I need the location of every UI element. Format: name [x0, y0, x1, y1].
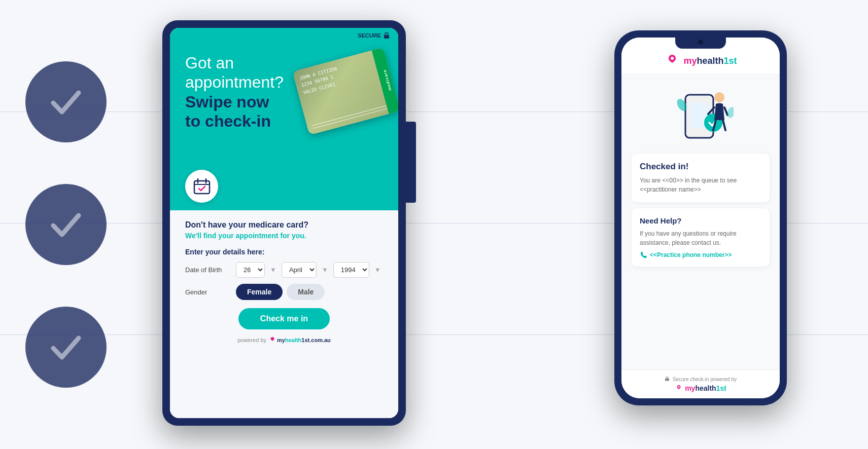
- dob-month-select[interactable]: April: [282, 262, 317, 278]
- checked-in-title: Checked in!: [640, 162, 761, 172]
- phone-screen: myhealth1st: [621, 38, 780, 398]
- svg-point-17: [678, 386, 680, 388]
- myhealthlst-text: myhealth1st: [683, 56, 737, 66]
- help-card: Need Help? If you have any questions or …: [632, 208, 770, 267]
- checkmark-icon-2: [46, 204, 86, 245]
- svg-line-11: [724, 107, 727, 115]
- check-in-button[interactable]: Check me in: [238, 308, 330, 329]
- phone-content: Checked in! You are <<00>> in the queue …: [621, 74, 780, 369]
- footer-first: 1st: [716, 384, 726, 392]
- gender-label: Gender: [185, 288, 231, 296]
- lock-icon: [383, 32, 390, 39]
- health-text: health: [697, 56, 723, 66]
- footer-brand-icon: [675, 384, 683, 392]
- footer-health: health: [695, 384, 716, 392]
- circle-check-2: [25, 184, 107, 265]
- myhealthlst-icon: [664, 53, 680, 69]
- help-card-title: Need Help?: [640, 216, 761, 225]
- tablet-topbar: SECURE: [170, 28, 398, 43]
- circle-checks-container: [25, 0, 107, 449]
- phone-link-text: <<Practice phone number>>: [650, 251, 732, 258]
- mh1st-small-icon: [269, 336, 276, 344]
- checkmark-icon-1: [46, 82, 86, 122]
- form-label-main: Enter your details here:: [185, 248, 383, 256]
- form-subtitle: We'll find your appointment for you.: [185, 232, 383, 240]
- checkmark-icon-3: [46, 327, 86, 367]
- svg-point-9: [714, 92, 724, 102]
- hero-line1: Got an: [185, 54, 234, 72]
- tablet-screen: SECURE Got an appointment? Swipe now to …: [170, 28, 398, 418]
- tablet-frame: SECURE Got an appointment? Swipe now to …: [162, 20, 406, 426]
- phone-number-link[interactable]: <<Practice phone number>>: [640, 251, 761, 258]
- svg-rect-1: [194, 181, 210, 194]
- powered-by-text: powered by: [237, 337, 266, 343]
- calendar-icon-circle: [185, 170, 218, 203]
- footer-brand-text: myhealth1st: [685, 384, 726, 392]
- dob-row: Date of Birth 26 ▼ April ▼ 1994 ▼: [185, 262, 383, 278]
- footer-secure-text: Secure check-in powered by: [628, 376, 774, 382]
- hero-line2: appointment?: [185, 73, 284, 91]
- svg-point-5: [671, 57, 674, 60]
- footer-secure-label: Secure check-in powered by: [673, 377, 737, 382]
- powered-by: powered by myhealth1st.com.au: [185, 336, 383, 344]
- calendar-icon: [193, 177, 211, 196]
- dob-year-select[interactable]: 1994: [333, 262, 369, 278]
- hero-line3: Swipe now: [185, 93, 269, 111]
- phone-icon: [640, 251, 647, 258]
- gender-row: Gender Female Male: [185, 284, 383, 300]
- checkin-illustration-svg: [668, 85, 734, 145]
- phone-footer: Secure check-in powered by myhealth1st: [621, 369, 780, 398]
- dob-label: Date of Birth: [185, 266, 231, 274]
- tablet-form: Don't have your medicare card? We'll fin…: [170, 210, 398, 418]
- svg-rect-16: [665, 379, 669, 381]
- phone-device: myhealth1st: [614, 30, 787, 405]
- checkin-illustration: [668, 85, 734, 145]
- circle-check-3: [25, 307, 107, 388]
- tablet-hero: Got an appointment? Swipe now to check-i…: [170, 43, 398, 210]
- dark-side-card: [402, 122, 416, 203]
- hero-line4: to check-in: [185, 112, 271, 130]
- phone-camera: [698, 40, 703, 45]
- footer-brand: myhealth1st: [628, 384, 774, 392]
- myhealthlst-logo-small: myhealth1st.com.au: [269, 336, 331, 344]
- dob-day-select[interactable]: 26: [236, 262, 265, 278]
- secure-text: SECURE: [358, 32, 381, 39]
- footer-my: my: [685, 384, 695, 392]
- first-text: 1st: [724, 56, 737, 66]
- secure-badge: SECURE: [358, 32, 390, 39]
- checked-in-text: You are <<00>> in the queue to see <<pra…: [640, 176, 761, 194]
- circle-check-1: [25, 61, 107, 142]
- form-title: Don't have your medicare card?: [185, 220, 383, 230]
- checked-in-card: Checked in! You are <<00>> in the queue …: [632, 154, 770, 202]
- svg-rect-0: [384, 35, 389, 39]
- medicare-logo-text: medicare: [382, 69, 392, 91]
- lock-icon-footer: [665, 376, 670, 381]
- gender-group: Female Male: [236, 284, 325, 300]
- myhealthlst-brand: myhealth1st: [664, 53, 737, 69]
- phone-frame: myhealth1st: [614, 30, 787, 405]
- gender-male-button[interactable]: Male: [287, 284, 325, 300]
- tablet-device: SECURE Got an appointment? Swipe now to …: [162, 20, 406, 426]
- gender-female-button[interactable]: Female: [236, 284, 283, 300]
- svg-line-13: [723, 120, 725, 130]
- my-text: my: [683, 56, 697, 66]
- help-card-text: If you have any questions or require ass…: [640, 229, 761, 247]
